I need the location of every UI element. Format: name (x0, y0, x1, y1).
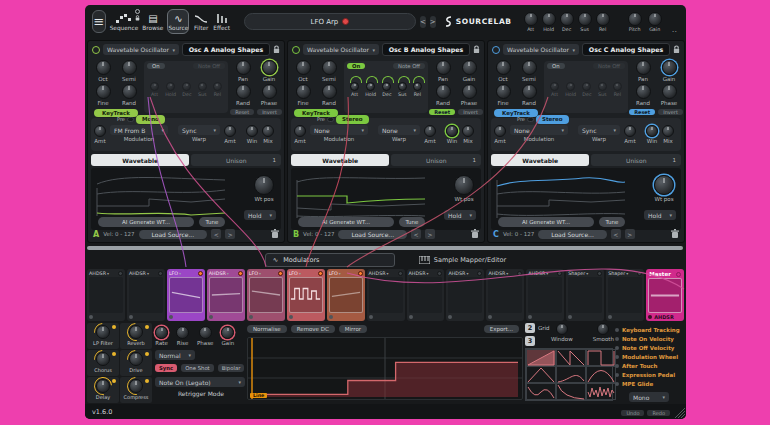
env-att-knob[interactable] (150, 82, 159, 91)
env-sus-knob[interactable] (598, 82, 607, 91)
lock-icon[interactable] (673, 45, 680, 54)
slot-led[interactable] (358, 271, 363, 276)
oct-knob[interactable] (496, 60, 511, 75)
fine-knob[interactable] (296, 84, 311, 99)
warp-amt-knob[interactable] (624, 125, 636, 137)
trash-icon[interactable] (471, 229, 479, 239)
preset-next-button[interactable]: > (430, 16, 436, 28)
warp-dropdown[interactable]: None▾ (378, 125, 420, 135)
tab-wavetable[interactable]: Wavetable (91, 154, 189, 166)
slot-led[interactable] (158, 271, 163, 276)
fx-led[interactable] (145, 325, 149, 329)
invert-button[interactable]: Invert (458, 109, 483, 115)
retrigger-dropdown[interactable]: Note On (Legato)▾ (155, 377, 245, 387)
slot-led[interactable] (597, 271, 602, 276)
env-noteoff-button[interactable]: Note Off (593, 63, 625, 69)
pre-toggle[interactable] (527, 117, 534, 122)
hold-dropdown[interactable]: Hold▾ (644, 210, 676, 220)
hold-dropdown[interactable]: Hold▾ (444, 210, 476, 220)
sample-mapper-button[interactable]: Sample Mapper/Editor (419, 256, 506, 264)
velocity-range[interactable]: Vel: 0 - 127 (103, 231, 134, 237)
sus-knob[interactable] (578, 12, 592, 26)
env-noteoff-button[interactable]: Note Off (393, 63, 425, 69)
slot-output-dot[interactable] (488, 315, 492, 319)
slot-output-dot[interactable] (129, 315, 133, 319)
pre-toggle[interactable] (127, 117, 134, 122)
env-on-button[interactable]: On (547, 63, 565, 69)
modulator-slot[interactable]: Shaper▾ (606, 269, 644, 321)
modulator-slot[interactable]: LFO▾ (327, 269, 365, 321)
phase-knob[interactable] (662, 84, 677, 99)
modulation-dropdown[interactable]: FM From B▾ (110, 125, 168, 135)
env-rel-knob[interactable] (413, 82, 422, 91)
mix-knob[interactable] (462, 125, 474, 137)
mix-knob[interactable] (662, 125, 674, 137)
reset-button[interactable]: Reset (629, 109, 655, 115)
slot-led[interactable] (198, 271, 203, 276)
resize-dots[interactable]: ‥ (672, 25, 679, 38)
rel-knob[interactable] (596, 12, 610, 26)
mono-stereo-button[interactable]: Stereo (336, 115, 369, 124)
modulator-slot[interactable]: LFO▾ (167, 269, 205, 321)
waveform-preset-saw-down[interactable] (556, 349, 586, 366)
env-hold-knob[interactable] (166, 82, 175, 91)
normalise-button[interactable]: Normalise (247, 325, 287, 333)
drive-knob[interactable] (129, 352, 143, 366)
pan-knob[interactable] (436, 60, 451, 75)
osc-gain-knob[interactable] (462, 60, 477, 75)
mod-source-expression-pedal[interactable]: Expression Pedal (615, 370, 685, 379)
modulator-slot[interactable]: AHDSR▾ (446, 269, 484, 321)
tab-unison[interactable]: Unison1 (591, 154, 681, 166)
modulator-slot-active[interactable]: LFO▾ (287, 269, 325, 321)
rate-knob[interactable] (155, 326, 168, 339)
voice-mode-dropdown[interactable]: Mono▾ (629, 392, 669, 402)
slot-output-dot[interactable] (608, 315, 612, 319)
rand-knob[interactable] (122, 84, 137, 99)
remove-dc-button[interactable]: Remove DC (291, 325, 335, 333)
phase-knob[interactable] (199, 326, 212, 339)
gain-knob[interactable] (648, 12, 662, 26)
warp-dropdown[interactable]: Sync▾ (578, 125, 620, 135)
phase-knob[interactable] (462, 84, 477, 99)
slot-output-dot[interactable] (568, 315, 572, 319)
slot-output-dot[interactable] (528, 315, 532, 319)
hold-knob[interactable] (542, 12, 556, 26)
source-prev-button[interactable]: < (611, 229, 621, 239)
source-next-button[interactable]: > (225, 229, 235, 239)
preset-name-field[interactable]: LFO Arp (244, 13, 416, 30)
modulator-slot[interactable]: Shaper▾ (566, 269, 604, 321)
env-hold-knob[interactable] (566, 82, 575, 91)
window-knob[interactable] (556, 323, 568, 335)
env-att-knob[interactable] (550, 82, 559, 91)
slot-led[interactable] (517, 271, 522, 276)
slot-output-dot[interactable] (169, 315, 173, 319)
tab-effect[interactable]: Effect (213, 10, 230, 33)
mod-source-note-on-velocity[interactable]: Note On Velocity (615, 334, 685, 343)
source-prev-button[interactable]: < (211, 229, 221, 239)
wt-pos-knob[interactable] (454, 175, 474, 195)
tab-unison[interactable]: Unison1 (391, 154, 481, 166)
osc-name-field[interactable]: Osc C Analog Shapes (582, 43, 670, 56)
reset-button[interactable]: Reset (429, 109, 455, 115)
menu-button[interactable]: ≡ (92, 10, 106, 33)
env-sus-knob[interactable] (398, 82, 407, 91)
semi-knob[interactable] (522, 60, 537, 75)
win-knob[interactable] (446, 125, 458, 137)
mod-amt-knob[interactable] (94, 125, 106, 137)
slot-led[interactable] (477, 271, 482, 276)
sync-button[interactable]: Sync (155, 364, 177, 372)
slot-led[interactable] (437, 271, 442, 276)
osc-power-icon[interactable] (292, 46, 300, 54)
hold-dropdown[interactable]: Hold▾ (244, 210, 276, 220)
bipolar-button[interactable]: Bipolar (218, 364, 245, 372)
slot-output-dot[interactable] (448, 315, 452, 319)
osc-type-dropdown[interactable]: Wavetable Oscillator▾ (103, 44, 179, 55)
invert-button[interactable]: Invert (257, 109, 282, 115)
slot-led[interactable] (676, 272, 681, 277)
osc-type-dropdown[interactable]: Wavetable Oscillator▾ (503, 44, 579, 55)
chorus-knob[interactable] (96, 352, 110, 366)
env-att-knob[interactable] (350, 82, 359, 91)
slot-led[interactable] (318, 271, 323, 276)
tab-unison[interactable]: Unison1 (191, 154, 281, 166)
waveform-preset-noise[interactable] (586, 383, 616, 400)
